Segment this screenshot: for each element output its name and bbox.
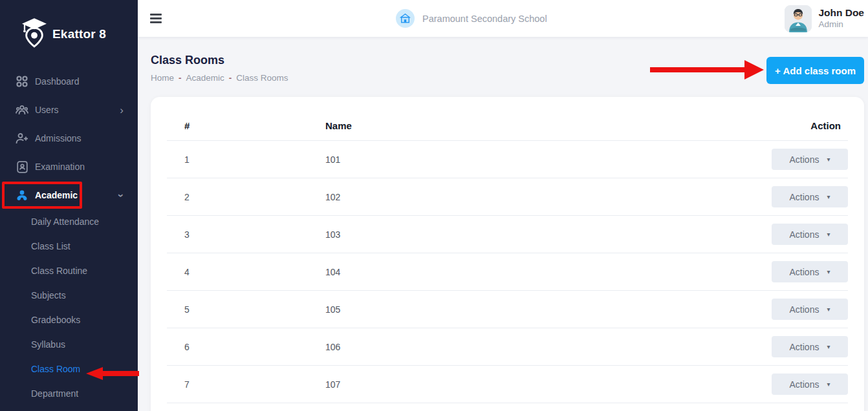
row-index: 7 [184, 379, 325, 390]
graduation-pin-logo-icon [22, 18, 47, 50]
row-name: 103 [325, 229, 757, 240]
row-name: 101 [325, 154, 757, 165]
sidebar: Ekattor 8 Dashboard Users › [0, 0, 138, 411]
row-index: 3 [184, 229, 325, 240]
column-header-action: Action [757, 120, 848, 131]
caret-down-icon: ▾ [827, 343, 830, 350]
caret-down-icon: ▾ [827, 156, 830, 163]
sidebar-subitem-class-room[interactable]: Class Room [0, 357, 138, 381]
sidebar-subitem-syllabus[interactable]: Syllabus [0, 332, 138, 357]
sidebar-subitem-gradebooks[interactable]: Gradebooks [0, 308, 138, 332]
row-index: 4 [184, 267, 325, 277]
user-name: John Doe [818, 6, 864, 19]
actions-dropdown-button[interactable]: Actions▾ [772, 261, 848, 282]
subitem-label: Class List [31, 241, 71, 251]
actions-dropdown-button[interactable]: Actions▾ [772, 336, 848, 357]
grid-icon [16, 76, 28, 87]
sidebar-item-label: Dashboard [35, 76, 80, 87]
user-menu[interactable]: John Doe Admin [785, 0, 864, 37]
actions-label: Actions [790, 267, 819, 277]
sidebar-item-academic[interactable]: Academic › [0, 181, 138, 209]
sidebar-subitem-class-routine[interactable]: Class Routine [0, 258, 138, 283]
exam-id-card-icon [16, 161, 28, 173]
academic-person-icon [16, 190, 28, 201]
breadcrumb-separator: - [179, 73, 182, 83]
school-selector[interactable]: Paramount Secondary School [396, 0, 547, 37]
subitem-label: Daily Attendance [31, 216, 99, 227]
breadcrumb-current: Class Rooms [236, 73, 288, 83]
table-row: 1 101 Actions▾ [167, 141, 848, 178]
page-header: Class Rooms Home-Academic-Class Rooms + … [151, 50, 864, 97]
actions-label: Actions [790, 304, 819, 315]
subitem-label: Class Routine [31, 266, 87, 276]
caret-down-icon: ▾ [827, 231, 830, 238]
subitem-label: Syllabus [31, 339, 65, 350]
person-add-icon [16, 132, 28, 144]
class-rooms-card: # Name Action 1 101 Actions▾ 2 102 Actio… [151, 97, 864, 411]
app-logo[interactable]: Ekattor 8 [0, 0, 138, 67]
row-name: 105 [325, 304, 757, 315]
actions-dropdown-button[interactable]: Actions▾ [772, 374, 848, 395]
table-row: 3 103 Actions▾ [167, 216, 848, 253]
table-row: 7 107 Actions▾ [167, 366, 848, 403]
row-index: 6 [184, 342, 325, 352]
caret-down-icon: ▾ [827, 306, 830, 313]
sidebar-item-label: Examination [35, 162, 85, 172]
sidebar-subitem-class-list[interactable]: Class List [0, 234, 138, 258]
row-index: 1 [184, 154, 325, 165]
actions-dropdown-button[interactable]: Actions▾ [772, 149, 848, 170]
breadcrumb-academic[interactable]: Academic [186, 73, 224, 83]
table-row: 6 106 Actions▾ [167, 328, 848, 366]
row-name: 107 [325, 379, 757, 390]
actions-label: Actions [790, 229, 819, 240]
actions-dropdown-button[interactable]: Actions▾ [772, 299, 848, 320]
sidebar-item-label: Users [35, 105, 59, 115]
app-name: Ekattor 8 [52, 27, 106, 41]
topbar: Paramount Secondary School John Doe Admi… [138, 0, 868, 37]
subitem-label: Department [31, 388, 78, 399]
table-row: 8 108 Actions▾ [167, 403, 848, 411]
row-name: 104 [325, 267, 757, 277]
sidebar-item-admissions[interactable]: Admissions [0, 124, 138, 153]
row-index: 2 [184, 192, 325, 202]
hamburger-menu-icon[interactable] [150, 12, 162, 25]
caret-down-icon: ▾ [827, 381, 830, 388]
user-avatar [785, 5, 812, 32]
table-row: 4 104 Actions▾ [167, 253, 848, 291]
actions-label: Actions [790, 154, 819, 165]
sidebar-item-examination[interactable]: Examination [0, 153, 138, 181]
breadcrumb-home[interactable]: Home [151, 73, 174, 83]
row-index: 5 [184, 304, 325, 315]
sidebar-subitem-department[interactable]: Department [0, 381, 138, 406]
table-row: 2 102 Actions▾ [167, 178, 848, 216]
column-header-index: # [184, 120, 325, 131]
sidebar-item-label: Admissions [35, 133, 81, 143]
breadcrumb-separator: - [229, 73, 232, 83]
add-class-room-button[interactable]: + Add class room [766, 57, 864, 84]
sidebar-item-label: Academic [35, 190, 78, 200]
sidebar-item-users[interactable]: Users › [0, 96, 138, 124]
actions-label: Actions [790, 342, 819, 352]
row-name: 102 [325, 192, 757, 202]
actions-label: Actions [790, 192, 819, 202]
user-role: Admin [818, 19, 864, 30]
actions-dropdown-button[interactable]: Actions▾ [772, 224, 848, 245]
subitem-label: Class Room [31, 364, 80, 374]
users-group-icon [16, 104, 28, 116]
sidebar-subitem-subjects[interactable]: Subjects [0, 283, 138, 308]
school-name: Paramount Secondary School [422, 14, 547, 24]
caret-down-icon: ▾ [827, 268, 830, 275]
row-name: 106 [325, 342, 757, 352]
sidebar-subitem-daily-attendance[interactable]: Daily Attendance [0, 209, 138, 234]
chevron-down-icon: › [116, 193, 127, 197]
actions-label: Actions [790, 379, 819, 390]
table-row: 5 105 Actions▾ [167, 291, 848, 328]
breadcrumb: Home-Academic-Class Rooms [151, 73, 864, 83]
caret-down-icon: ▾ [827, 193, 830, 200]
subitem-label: Subjects [31, 290, 66, 300]
actions-dropdown-button[interactable]: Actions▾ [772, 186, 848, 207]
column-header-name: Name [325, 120, 757, 131]
sidebar-item-dashboard[interactable]: Dashboard [0, 67, 138, 96]
subitem-label: Gradebooks [31, 315, 80, 325]
chevron-right-icon: › [120, 105, 124, 116]
